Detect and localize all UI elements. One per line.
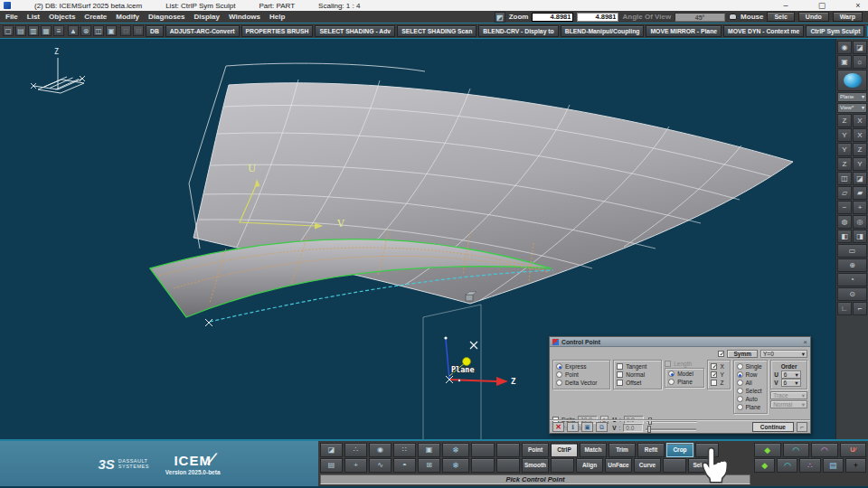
- macro-properties-brush-button[interactable]: PROPERTIES BRUSH: [241, 25, 314, 37]
- macro-ctrlp-sym-sculpt-button[interactable]: CtrlP Sym Sculpt: [806, 25, 864, 37]
- x-axis-checkbox[interactable]: ✓X: [711, 362, 726, 371]
- shading-icon[interactable]: ◪: [853, 41, 867, 54]
- freeze-icon[interactable]: ❄: [442, 443, 469, 457]
- snapshot-icon[interactable]: ▣: [581, 422, 593, 432]
- dialog-titlebar[interactable]: Control Point ×: [550, 337, 810, 347]
- target-icon[interactable]: ⊙: [837, 287, 867, 301]
- zoom-tool-icon[interactable]: ◩: [495, 12, 505, 23]
- length-checkbox[interactable]: Length: [665, 360, 704, 368]
- continue-button[interactable]: Continue: [752, 422, 794, 432]
- view-x2-icon[interactable]: X: [853, 128, 867, 142]
- view-y2-icon[interactable]: Y: [837, 143, 852, 156]
- dot-pad-icon[interactable]: +: [845, 458, 866, 473]
- order-u-dropdown[interactable]: U6▾: [774, 371, 804, 379]
- pointer-icon[interactable]: ▲: [68, 25, 79, 36]
- viewport-3d[interactable]: Plane Z U V: [0, 38, 868, 439]
- dialog-close-icon[interactable]: ×: [803, 338, 807, 346]
- z-axis-checkbox[interactable]: Z: [711, 379, 726, 387]
- fill-icon[interactable]: ▰: [853, 186, 867, 200]
- molecule-icon[interactable]: ∷: [393, 443, 416, 457]
- folder-icon[interactable]: ▤: [320, 458, 343, 473]
- align-button[interactable]: Align: [576, 458, 603, 473]
- express-radio[interactable]: Express: [556, 362, 607, 371]
- curve-circle-icon[interactable]: ◠: [783, 443, 810, 457]
- menu-display[interactable]: Display: [194, 13, 220, 21]
- measure-icon[interactable]: ◔: [837, 273, 867, 286]
- tool-b-icon[interactable]: ⊟: [133, 25, 144, 36]
- move-cross-icon[interactable]: +: [344, 458, 367, 473]
- view-z2-icon[interactable]: Z: [853, 143, 867, 156]
- point-scatter-icon[interactable]: ∴: [799, 458, 820, 473]
- dialog-corner-icon[interactable]: ⌐: [797, 422, 807, 432]
- order-v-dropdown[interactable]: V6▾: [774, 379, 804, 387]
- menu-diagnoses[interactable]: Diagnoses: [148, 13, 184, 21]
- unface-button[interactable]: UnFace: [605, 458, 632, 473]
- ball-blue-icon[interactable]: ◍: [837, 215, 852, 229]
- curve-circle2-icon[interactable]: ◠: [777, 458, 797, 473]
- flag-icon[interactable]: ▤: [823, 458, 844, 473]
- selc-button[interactable]: Selc: [767, 12, 794, 22]
- open-folder-icon[interactable]: ▤: [15, 25, 26, 36]
- half-left-icon[interactable]: ◧: [837, 230, 852, 243]
- minimize-button[interactable]: –: [779, 1, 792, 10]
- eraser-icon[interactable]: ◓: [393, 458, 416, 473]
- surface-flip2-icon[interactable]: ◆: [754, 458, 775, 473]
- zoom-value-secondary-input[interactable]: [577, 13, 618, 22]
- save-icon[interactable]: ▥: [28, 25, 39, 36]
- tool-a-icon[interactable]: ⊡: [120, 25, 131, 36]
- view-z-icon[interactable]: Z: [837, 114, 852, 127]
- dialog-cancel-button[interactable]: ✕: [552, 422, 564, 432]
- zoom-out-icon[interactable]: −: [837, 201, 852, 214]
- match-button[interactable]: Match: [580, 443, 607, 457]
- menu-list[interactable]: List: [27, 13, 40, 21]
- undo-button[interactable]: Undo: [798, 12, 829, 22]
- macro-adjust-arc-button[interactable]: ADJUST-ARC-Convert: [165, 25, 240, 37]
- section-icon[interactable]: ◪: [853, 172, 867, 185]
- shaded-render-button[interactable]: [837, 70, 867, 91]
- zoom-in-icon[interactable]: +: [853, 201, 867, 214]
- menu-windows[interactable]: Windows: [229, 13, 260, 21]
- half-right-icon[interactable]: ◨: [853, 230, 867, 243]
- y-axis-checkbox[interactable]: ✓Y: [711, 371, 726, 379]
- curve-button[interactable]: Curve: [634, 458, 661, 473]
- menu-objects[interactable]: Objects: [49, 13, 75, 21]
- offset-checkbox[interactable]: Offset: [617, 379, 658, 387]
- globe-icon[interactable]: ⊕: [837, 258, 867, 272]
- macro-db-button[interactable]: DB: [146, 25, 164, 37]
- clip-icon[interactable]: ◫: [837, 172, 852, 185]
- surface-flip-icon[interactable]: ◆: [754, 443, 781, 457]
- close-button[interactable]: ×: [852, 1, 864, 10]
- symm-plane-dropdown[interactable]: Y=0 ▾: [760, 350, 807, 358]
- plane-radio[interactable]: Plane: [668, 378, 701, 386]
- macro-move-dyn-button[interactable]: MOVE DYN - Context me: [723, 25, 804, 37]
- surface-plane-icon[interactable]: ◪: [320, 443, 343, 457]
- macro-select-shading-scan-button[interactable]: SELECT SHADING Scan: [397, 25, 476, 37]
- macro-blend-crv-button[interactable]: BLEND-CRV - Display to: [478, 25, 558, 37]
- symm-checkbox[interactable]: ✓: [718, 351, 724, 357]
- select-radio[interactable]: Select: [737, 387, 765, 395]
- macro-move-mirror-button[interactable]: MOVE MIRROR - Plane: [646, 25, 722, 37]
- row-radio[interactable]: Row: [737, 371, 765, 379]
- point-curve-icon[interactable]: ◠: [811, 443, 838, 457]
- view-y3-icon[interactable]: Y: [853, 157, 867, 171]
- cut-icon[interactable]: ⊗: [80, 25, 91, 36]
- delta-vector-radio[interactable]: Delta Vector: [556, 379, 607, 387]
- sketch-curve-icon[interactable]: ∿: [369, 458, 392, 473]
- view-y-icon[interactable]: Y: [837, 128, 852, 142]
- point-network-icon[interactable]: ∴: [344, 443, 367, 457]
- tangent-checkbox[interactable]: Tangent: [617, 362, 658, 371]
- refit-button[interactable]: Refit: [637, 443, 665, 457]
- plane-scope-radio[interactable]: Plane: [737, 403, 765, 411]
- crop-button[interactable]: Crop: [666, 443, 693, 457]
- ball-ghost-icon[interactable]: ◎: [853, 215, 867, 229]
- angle-of-view-value[interactable]: 45°: [675, 13, 725, 22]
- all-radio[interactable]: All: [737, 379, 765, 387]
- paste-icon[interactable]: ▣: [106, 25, 117, 36]
- ctrlp-button[interactable]: CtrlP: [551, 443, 578, 457]
- eye-view-icon[interactable]: ◉: [369, 443, 392, 457]
- plane-mode-dropdown[interactable]: Plane ▾: [837, 92, 867, 102]
- maximize-button[interactable]: ▢: [816, 1, 828, 10]
- clamp-left-icon[interactable]: ∟: [837, 302, 852, 315]
- view-z3-icon[interactable]: Z: [837, 157, 852, 171]
- point-radio[interactable]: Point: [556, 371, 607, 379]
